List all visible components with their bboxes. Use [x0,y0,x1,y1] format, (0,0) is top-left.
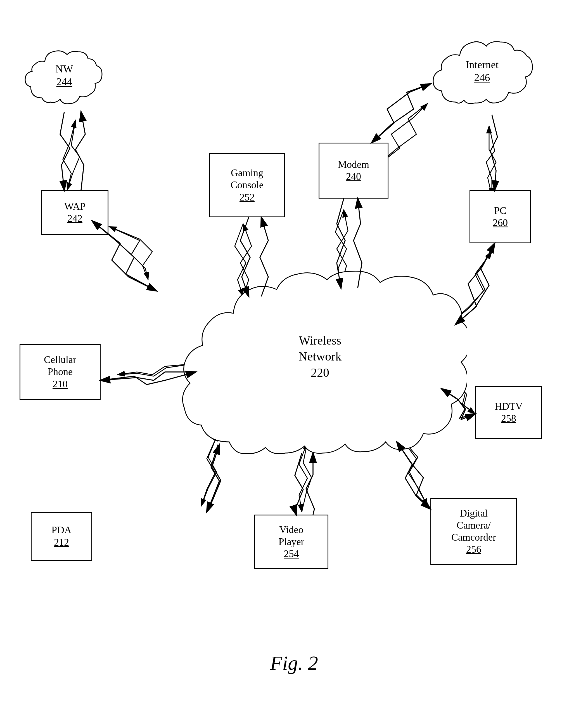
wap-box: WAP 242 [41,190,108,235]
pda-ref: 212 [51,536,71,548]
video-player-label1: Video [279,524,304,536]
wap-ref: 242 [64,212,85,225]
gaming-console-label1: Gaming [231,167,264,179]
figure-caption-text: Fig. 2 [270,652,318,674]
hdtv-box: HDTV 258 [475,386,542,439]
cellular-phone-box: Cellular Phone 210 [20,344,101,400]
gaming-console-label2: Console [231,179,264,191]
pc-ref: 260 [493,217,508,229]
nw-cloud: NW 244 [20,36,109,112]
diagram: NW 244 Internet 246 Wireless Network 220… [0,0,588,714]
internet-ref: 246 [466,71,499,84]
gaming-console-ref: 252 [231,191,264,203]
pda-label: PDA [51,524,71,536]
cellular-phone-label2: Phone [44,366,76,378]
nw-label: NW [55,63,73,76]
pda-box: PDA 212 [31,512,92,561]
pc-label: PC [493,205,508,217]
wireless-network-label1: Wireless [298,332,341,348]
digital-camera-label2: Camera/ [451,519,496,531]
internet-cloud: Internet 246 [427,28,537,115]
video-player-ref: 254 [279,548,304,560]
internet-label: Internet [466,58,499,71]
cellular-phone-ref: 210 [44,378,76,390]
modem-ref: 240 [338,170,369,183]
modem-label: Modem [338,159,369,170]
wireless-network-label2: Network [298,348,341,364]
wap-label: WAP [64,201,85,212]
wireless-network-cloud: Wireless Network 220 [173,252,467,462]
figure-caption: Fig. 2 [0,652,588,675]
digital-camera-label1: Digital [451,507,496,519]
nw-ref: 244 [55,76,73,88]
gaming-console-box: Gaming Console 252 [209,153,285,217]
digital-camera-label3: Camcorder [451,531,496,544]
wireless-network-ref: 220 [298,365,341,381]
hdtv-label: HDTV [495,401,523,412]
pc-box: PC 260 [469,190,531,243]
modem-box: Modem 240 [319,143,388,199]
digital-camera-ref: 256 [451,544,496,555]
cellular-phone-label1: Cellular [44,354,76,366]
video-player-label2: Player [279,536,304,548]
digital-camera-box: Digital Camera/ Camcorder 256 [430,498,517,565]
video-player-box: Video Player 254 [254,515,328,569]
hdtv-ref: 258 [495,412,523,425]
